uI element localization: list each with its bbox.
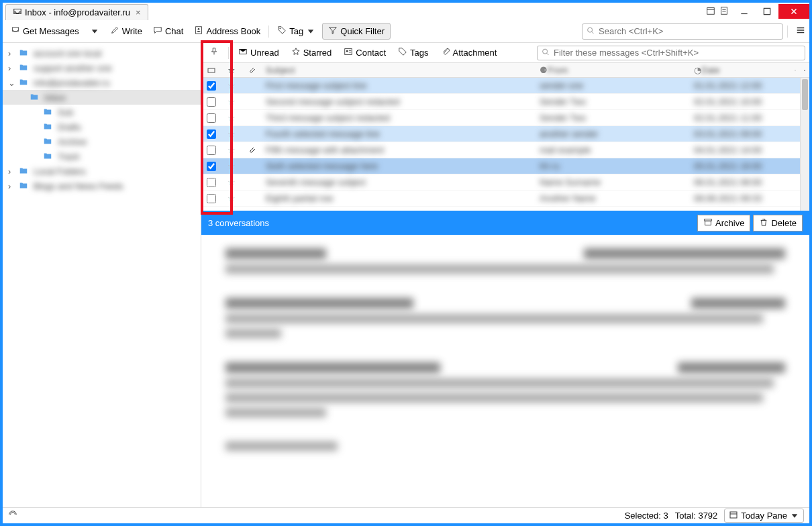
filter-starred-button[interactable]: Starred [287, 45, 336, 60]
message-row[interactable]: ☆ Sixth selected message here hh ru 05.0… [201, 158, 809, 174]
folder-item[interactable]: Inbox [3, 90, 201, 105]
star-toggle[interactable]: ☆ [221, 193, 242, 203]
message-row[interactable]: ☆ Third message subject redacted Sender … [201, 110, 809, 126]
connection-icon[interactable] [8, 510, 17, 521]
select-checkbox[interactable] [207, 194, 216, 203]
get-messages-dropdown[interactable] [86, 24, 103, 39]
folder-label: Inbox [44, 93, 66, 103]
global-search [582, 23, 783, 40]
select-checkbox[interactable] [207, 162, 216, 171]
svg-point-10 [543, 49, 548, 54]
from-column-header[interactable]: ⚈ From [536, 65, 690, 75]
message-row[interactable]: ☆ Second message subject redacted Sender… [201, 94, 809, 110]
column-config[interactable] [800, 66, 809, 75]
message-row[interactable]: ☆ Fifth message with attachment mail exa… [201, 142, 809, 158]
star-toggle[interactable]: ☆ [221, 97, 242, 107]
quick-filter-bar: Unread Starred Contact Tags Attachment [201, 43, 809, 63]
message-filter-input[interactable] [537, 46, 805, 60]
folder-icon [43, 107, 54, 117]
global-search-input[interactable] [582, 23, 783, 40]
star-toggle[interactable]: ☆ [221, 177, 242, 187]
message-row[interactable]: ☆ Fourth selected message line another s… [201, 126, 809, 142]
filter-attachment-button[interactable]: Attachment [437, 45, 501, 60]
archive-button[interactable]: Archive [697, 215, 750, 231]
folder-label: Sub [58, 107, 73, 117]
folder-icon [43, 136, 54, 147]
tasks-icon[interactable] [719, 6, 729, 17]
message-row[interactable]: ☆ Eighth partial row Another Name 08.08.… [201, 191, 809, 207]
star-toggle[interactable]: ☆ [221, 113, 242, 123]
select-checkbox[interactable] [207, 129, 216, 139]
message-row[interactable]: ☆ Seventh message subject Name Surname 0… [201, 174, 809, 191]
today-pane-button[interactable]: Today Pane [724, 509, 804, 523]
window-tab[interactable]: Inbox - info@prodavaiter.ru × [5, 4, 148, 20]
select-checkbox[interactable] [207, 113, 216, 123]
folder-item[interactable]: › Blogs and News Feeds [3, 178, 201, 193]
address-book-button[interactable]: Address Book [190, 23, 264, 40]
star-toggle[interactable]: ☆ [221, 129, 242, 139]
select-checkbox[interactable] [207, 178, 216, 187]
chevron-icon: › [8, 48, 15, 58]
filter-icon [328, 25, 338, 37]
message-date: 05.01.2021 16:00 [694, 161, 762, 171]
filter-unread-button[interactable]: Unread [234, 45, 283, 60]
folder-label: Local Folders [34, 166, 86, 176]
message-filter [537, 46, 805, 60]
message-list-header: ★ Subject ⚈ From ◔ Date [201, 63, 809, 78]
get-messages-button[interactable]: Get Messages [7, 23, 83, 40]
status-selected: Selected: 3 [625, 511, 668, 521]
close-window-button[interactable] [778, 4, 809, 19]
chevron-icon: › [8, 63, 15, 73]
date-column-header[interactable]: ◔ Date [690, 65, 791, 75]
chat-button[interactable]: Chat [149, 23, 187, 40]
star-column-header[interactable]: ★ [221, 65, 242, 75]
select-checkbox[interactable] [207, 146, 216, 155]
folder-label: Trash [58, 152, 80, 162]
select-checkbox[interactable] [207, 81, 216, 91]
message-date: 06.01.2021 08:00 [694, 177, 762, 187]
select-checkbox[interactable] [207, 97, 216, 107]
svg-rect-3 [196, 27, 202, 34]
attachment-column-header[interactable] [242, 66, 262, 75]
subject-column-header[interactable]: Subject [262, 65, 536, 75]
filter-tags-button[interactable]: Tags [394, 45, 432, 60]
star-toggle[interactable]: ☆ [221, 161, 242, 171]
maximize-button[interactable] [756, 4, 778, 19]
tag-button[interactable]: Tag [273, 23, 319, 40]
message-subject: Eighth partial row [266, 193, 333, 203]
folder-item[interactable]: Trash [3, 149, 201, 164]
chevron-down-icon [306, 27, 315, 36]
message-list-scrollbar[interactable] [800, 78, 809, 211]
folder-pane: › account one local› support another one… [3, 43, 201, 507]
message-row[interactable]: ☆ First message subject line sender one … [201, 78, 809, 94]
folder-icon [43, 151, 54, 162]
statusbar: Selected: 3 Total: 3792 Today Pane [3, 507, 809, 523]
filter-contact-button[interactable]: Contact [340, 45, 390, 60]
main-pane: Unread Starred Contact Tags Attachment [201, 43, 809, 507]
filter-pin-button[interactable] [205, 45, 223, 60]
write-button[interactable]: Write [106, 23, 146, 40]
folder-item[interactable]: Archive [3, 134, 201, 149]
delete-button[interactable]: Delete [753, 215, 803, 231]
folder-item[interactable]: Drafts [3, 119, 201, 134]
search-icon [586, 25, 595, 37]
message-date: 04.01.2021 14:00 [694, 145, 762, 155]
close-tab-icon[interactable]: × [136, 7, 141, 17]
folder-item[interactable]: Sub [3, 105, 201, 119]
folder-item[interactable]: › account one local [3, 46, 201, 60]
minimize-button[interactable] [733, 4, 756, 19]
trash-icon [759, 217, 768, 229]
quick-filter-button[interactable]: Quick Filter [322, 23, 391, 40]
folder-item[interactable]: › support another one [3, 60, 201, 75]
folder-item[interactable]: ⌄ info@prodavaiter.ru [3, 75, 201, 90]
calendar-icon[interactable] [706, 6, 715, 17]
hamburger-menu-button[interactable] [796, 25, 805, 37]
column-picker[interactable] [791, 66, 800, 75]
select-column-header[interactable] [201, 66, 221, 75]
star-toggle[interactable]: ☆ [221, 81, 242, 91]
attachment-icon [441, 47, 450, 58]
chevron-icon: ⌄ [8, 78, 15, 88]
folder-item[interactable]: › Local Folders [3, 164, 201, 178]
message-date: 01.01.2021 12:00 [694, 81, 762, 91]
star-toggle[interactable]: ☆ [221, 145, 242, 155]
